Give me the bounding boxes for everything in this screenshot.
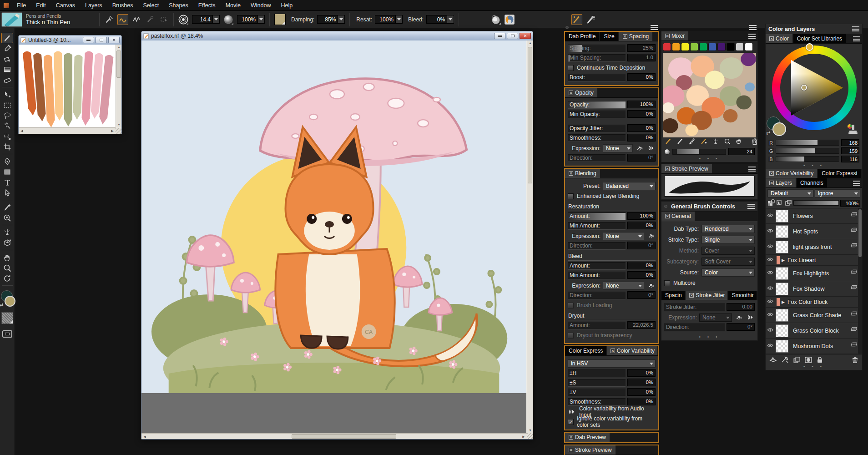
pastelfox-document-window[interactable]: pastelfox.rif @ 18.4% ✕ [141, 31, 533, 440]
magic-wand-tool[interactable] [1, 121, 13, 131]
spacing-tab-size[interactable]: Size [600, 32, 618, 41]
new-layer-icon[interactable] [769, 356, 777, 364]
stroke-preview-tab-stroke-preview[interactable]: ✕Stroke Preview [565, 445, 616, 455]
pick-up-underlying-icon[interactable] [776, 199, 783, 207]
sv-triangle[interactable] [780, 54, 848, 122]
scroll-down-icon[interactable]: ▼ [116, 122, 122, 127]
duplicate-layer-icon[interactable] [793, 356, 801, 364]
menu-canvas[interactable]: Canvas [51, 1, 80, 10]
spacing-min-spacing-value[interactable]: 1.0 [627, 54, 656, 61]
resat-value[interactable]: 100% [375, 16, 395, 23]
jitter-expression-icon[interactable] [646, 232, 656, 240]
mixer-apply-color-button[interactable] [700, 137, 708, 147]
mixer-swatch[interactable] [681, 43, 689, 51]
advanced-brush-icon[interactable] [571, 14, 582, 25]
layer-thumbnail[interactable] [776, 324, 788, 337]
pastelfox-hscrollbar[interactable]: ◀ ▶ [141, 433, 527, 439]
untitled-close-button[interactable]: ✕ [108, 37, 120, 43]
spacing-tab-spacing[interactable]: ✕Spacing [619, 32, 652, 41]
rgb-g-value[interactable]: 159 [841, 147, 859, 154]
blending-min-amount-value[interactable]: 0% [627, 222, 656, 229]
perspective-grid-tool[interactable] [1, 238, 13, 248]
layer-visibility-icon[interactable] [766, 298, 776, 306]
general-stroke-jitter-value[interactable]: 0.00 [727, 303, 755, 311]
general-subcategory-dropdown[interactable]: Soft Cover [701, 258, 755, 266]
paper-selector[interactable] [1, 312, 13, 324]
pastelfox-restore-button[interactable] [507, 33, 518, 39]
layer-row-light-grass-front[interactable]: light grass front [766, 239, 862, 255]
tab-general[interactable]: ✕General [661, 212, 695, 221]
panel-expand-dots[interactable]: • • • [661, 335, 757, 340]
clone-select-button[interactable] [158, 14, 169, 25]
group-expand-icon[interactable]: ▶ [782, 258, 785, 263]
general-multicore-checkbox[interactable]: Multicore [664, 278, 755, 288]
layer-composite-depth-dropdown[interactable]: Ignore [815, 189, 861, 197]
mixer-mix-brush2-button[interactable] [676, 137, 684, 147]
menu-layers[interactable]: Layers [80, 1, 107, 10]
pastelfox-resize-grip[interactable] [527, 433, 533, 439]
stroke-freehand-button[interactable] [117, 14, 128, 25]
layer-row-fox-highlights[interactable]: Fox Highlights [766, 266, 862, 281]
lock-layer-icon[interactable] [817, 356, 823, 364]
mixer-slider-value[interactable]: 24 [728, 148, 755, 155]
pen-tool[interactable] [1, 156, 13, 167]
dab-preview-tab-dab-preview[interactable]: ✕Dab Preview [565, 433, 610, 442]
blending-direction-value[interactable]: 0° [627, 291, 656, 299]
blending-dryout-to-transparency-checkbox[interactable]: Dryout to transparency [568, 331, 656, 340]
blending-amount-value[interactable]: 100% [627, 212, 656, 220]
panel-expand-dots[interactable]: • • • [766, 163, 862, 169]
layers-scroll-thumb[interactable] [858, 209, 862, 257]
color-menu-icon[interactable] [853, 36, 860, 41]
panel-menu-icon[interactable] [747, 204, 755, 209]
layer-row-grass-color-block[interactable]: Grass Color Block [766, 323, 862, 339]
brush-size-value[interactable]: 14.4 [192, 16, 212, 23]
brushpen-button[interactable] [104, 14, 115, 25]
layer-visibility-icon[interactable] [766, 243, 776, 251]
blending-direction-value[interactable]: 0° [627, 242, 656, 249]
pastelfox-vscroll-thumb[interactable] [528, 47, 532, 183]
blending-expression-dropdown[interactable]: None [603, 282, 644, 290]
checkbox-icon[interactable] [664, 280, 670, 286]
rect-shape-tool[interactable] [1, 167, 13, 177]
damping-dropdown[interactable] [338, 15, 344, 23]
panel-menu-icon[interactable] [651, 25, 658, 30]
jitter-expression-icon[interactable] [646, 282, 656, 290]
menu-brushes[interactable]: Brushes [107, 1, 138, 10]
brush-selector[interactable]: Pens and Pencils Thick n Thin Pen [0, 11, 96, 28]
paint-bucket-tool[interactable] [1, 54, 13, 64]
mixer-swatch[interactable] [736, 43, 744, 51]
rgb-r-slider[interactable] [776, 140, 839, 146]
mixer-pan-button[interactable] [735, 137, 743, 147]
layer-row-fox-shadow[interactable]: Fox Shadow [766, 281, 862, 297]
color-set-stamp-icon[interactable] [846, 123, 858, 135]
blending-enhanced-layer-blending-checkbox[interactable]: Enhanced Layer Blending [568, 192, 656, 201]
untitled-vscrollbar[interactable]: ▲ ▼ [116, 45, 121, 127]
layer-thumbnail[interactable] [776, 241, 788, 253]
rgb-r-value[interactable]: 168 [841, 139, 859, 146]
panel-dot-grip[interactable] [664, 205, 667, 208]
panel-menu-icon[interactable] [852, 26, 859, 31]
layer-composite-method-dropdown[interactable]: Default [767, 189, 813, 197]
general-expression-dropdown[interactable]: None [699, 313, 732, 322]
brush-opacity-field[interactable]: 100% [237, 15, 265, 24]
general-tab-spacin[interactable]: Spacin [661, 291, 685, 300]
color-mode-icon[interactable] [504, 14, 515, 25]
color-tab-color[interactable]: ✕Color [766, 34, 792, 43]
tab-mixer[interactable]: ✕Mixer [661, 31, 688, 40]
mixer-menu-icon[interactable] [748, 34, 756, 39]
opacity-min-opacity-value[interactable]: 0% [627, 110, 656, 118]
checkbox-icon[interactable] [568, 65, 574, 71]
swap-colors-icon[interactable]: ⇄ [0, 302, 3, 307]
layer-thumbnail[interactable] [776, 267, 788, 280]
simple-brush-icon[interactable] [585, 14, 596, 25]
brush-size-icon[interactable] [178, 14, 189, 25]
menu-shapes[interactable]: Shapes [164, 1, 193, 10]
resat-dropdown[interactable] [395, 15, 402, 23]
mixer-swatch[interactable] [727, 43, 735, 51]
spacing-spacing-value[interactable]: 25% [627, 44, 656, 52]
layer-row-mushroom-dots[interactable]: Mushroom Dots [766, 339, 862, 354]
stroke-polygon-button[interactable] [131, 14, 142, 25]
color-variability-smoothness-value[interactable]: 0% [627, 398, 656, 405]
audio-expression-icon[interactable] [646, 144, 656, 152]
untitled-resize-grip[interactable] [116, 128, 121, 134]
